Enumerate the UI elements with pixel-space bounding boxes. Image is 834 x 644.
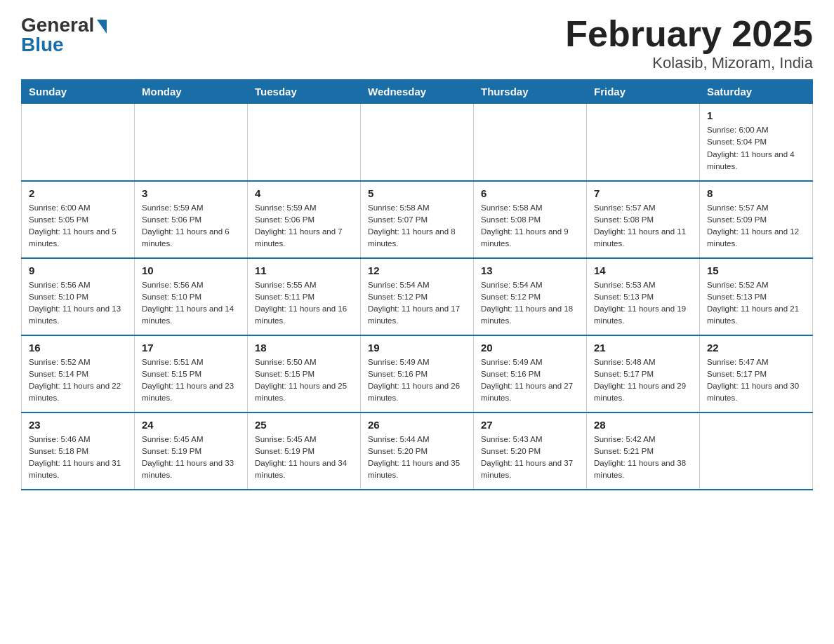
calendar-table: SundayMondayTuesdayWednesdayThursdayFrid… bbox=[21, 79, 813, 490]
day-info: Sunrise: 5:58 AM Sunset: 5:07 PM Dayligh… bbox=[368, 202, 466, 250]
day-info: Sunrise: 5:49 AM Sunset: 5:16 PM Dayligh… bbox=[368, 356, 466, 405]
day-number: 1 bbox=[707, 109, 805, 121]
day-info: Sunrise: 5:49 AM Sunset: 5:16 PM Dayligh… bbox=[481, 356, 579, 405]
calendar-cell bbox=[587, 104, 700, 181]
calendar-cell: 12Sunrise: 5:54 AM Sunset: 5:12 PM Dayli… bbox=[361, 258, 474, 335]
day-of-week-header: Sunday bbox=[22, 80, 135, 104]
day-info: Sunrise: 5:45 AM Sunset: 5:19 PM Dayligh… bbox=[255, 434, 353, 482]
calendar-cell: 19Sunrise: 5:49 AM Sunset: 5:16 PM Dayli… bbox=[361, 335, 474, 412]
day-of-week-header: Monday bbox=[135, 80, 248, 104]
logo-arrow-icon bbox=[97, 20, 107, 34]
day-number: 10 bbox=[142, 264, 240, 276]
day-info: Sunrise: 5:57 AM Sunset: 5:09 PM Dayligh… bbox=[707, 202, 805, 250]
day-number: 18 bbox=[255, 342, 353, 354]
calendar-cell: 11Sunrise: 5:55 AM Sunset: 5:11 PM Dayli… bbox=[248, 258, 361, 335]
day-info: Sunrise: 5:52 AM Sunset: 5:13 PM Dayligh… bbox=[707, 279, 805, 328]
calendar-cell: 17Sunrise: 5:51 AM Sunset: 5:15 PM Dayli… bbox=[135, 335, 248, 412]
calendar-cell: 13Sunrise: 5:54 AM Sunset: 5:12 PM Dayli… bbox=[474, 258, 587, 335]
day-info: Sunrise: 5:44 AM Sunset: 5:20 PM Dayligh… bbox=[368, 434, 466, 482]
calendar-cell: 8Sunrise: 5:57 AM Sunset: 5:09 PM Daylig… bbox=[700, 181, 813, 258]
calendar-cell: 15Sunrise: 5:52 AM Sunset: 5:13 PM Dayli… bbox=[700, 258, 813, 335]
day-number: 7 bbox=[594, 187, 692, 199]
logo: General Blue bbox=[21, 14, 107, 56]
calendar-cell: 24Sunrise: 5:45 AM Sunset: 5:19 PM Dayli… bbox=[135, 412, 248, 490]
day-number: 22 bbox=[707, 342, 805, 354]
calendar-cell bbox=[474, 104, 587, 181]
day-number: 17 bbox=[142, 342, 240, 354]
day-number: 23 bbox=[29, 419, 127, 431]
calendar-title: February 2025 bbox=[565, 14, 813, 54]
day-info: Sunrise: 6:00 AM Sunset: 5:05 PM Dayligh… bbox=[29, 202, 127, 250]
day-info: Sunrise: 5:51 AM Sunset: 5:15 PM Dayligh… bbox=[142, 356, 240, 405]
day-number: 2 bbox=[29, 187, 127, 199]
day-info: Sunrise: 5:57 AM Sunset: 5:08 PM Dayligh… bbox=[594, 202, 692, 250]
calendar-week-row: 2Sunrise: 6:00 AM Sunset: 5:05 PM Daylig… bbox=[22, 181, 813, 258]
day-number: 3 bbox=[142, 187, 240, 199]
day-info: Sunrise: 5:48 AM Sunset: 5:17 PM Dayligh… bbox=[594, 356, 692, 405]
day-info: Sunrise: 5:52 AM Sunset: 5:14 PM Dayligh… bbox=[29, 356, 127, 405]
day-number: 26 bbox=[368, 419, 466, 431]
day-number: 15 bbox=[707, 264, 805, 276]
day-number: 11 bbox=[255, 264, 353, 276]
day-number: 27 bbox=[481, 419, 579, 431]
calendar-cell: 22Sunrise: 5:47 AM Sunset: 5:17 PM Dayli… bbox=[700, 335, 813, 412]
day-info: Sunrise: 5:54 AM Sunset: 5:12 PM Dayligh… bbox=[368, 279, 466, 328]
day-info: Sunrise: 5:58 AM Sunset: 5:08 PM Dayligh… bbox=[481, 202, 579, 250]
calendar-cell: 20Sunrise: 5:49 AM Sunset: 5:16 PM Dayli… bbox=[474, 335, 587, 412]
calendar-cell: 1Sunrise: 6:00 AM Sunset: 5:04 PM Daylig… bbox=[700, 104, 813, 181]
day-info: Sunrise: 5:45 AM Sunset: 5:19 PM Dayligh… bbox=[142, 434, 240, 482]
day-of-week-header: Saturday bbox=[700, 80, 813, 104]
day-number: 9 bbox=[29, 264, 127, 276]
day-number: 24 bbox=[142, 419, 240, 431]
calendar-week-row: 23Sunrise: 5:46 AM Sunset: 5:18 PM Dayli… bbox=[22, 412, 813, 490]
day-number: 16 bbox=[29, 342, 127, 354]
calendar-cell: 6Sunrise: 5:58 AM Sunset: 5:08 PM Daylig… bbox=[474, 181, 587, 258]
calendar-subtitle: Kolasib, Mizoram, India bbox=[565, 54, 813, 72]
day-number: 21 bbox=[594, 342, 692, 354]
day-info: Sunrise: 5:55 AM Sunset: 5:11 PM Dayligh… bbox=[255, 279, 353, 328]
day-info: Sunrise: 5:50 AM Sunset: 5:15 PM Dayligh… bbox=[255, 356, 353, 405]
day-number: 4 bbox=[255, 187, 353, 199]
calendar-cell bbox=[700, 412, 813, 490]
day-info: Sunrise: 5:56 AM Sunset: 5:10 PM Dayligh… bbox=[29, 279, 127, 328]
calendar-cell bbox=[135, 104, 248, 181]
calendar-cell: 26Sunrise: 5:44 AM Sunset: 5:20 PM Dayli… bbox=[361, 412, 474, 490]
calendar-cell: 4Sunrise: 5:59 AM Sunset: 5:06 PM Daylig… bbox=[248, 181, 361, 258]
day-info: Sunrise: 5:54 AM Sunset: 5:12 PM Dayligh… bbox=[481, 279, 579, 328]
day-number: 12 bbox=[368, 264, 466, 276]
calendar-cell: 18Sunrise: 5:50 AM Sunset: 5:15 PM Dayli… bbox=[248, 335, 361, 412]
calendar-cell: 10Sunrise: 5:56 AM Sunset: 5:10 PM Dayli… bbox=[135, 258, 248, 335]
calendar-cell: 2Sunrise: 6:00 AM Sunset: 5:05 PM Daylig… bbox=[22, 181, 135, 258]
calendar-cell: 27Sunrise: 5:43 AM Sunset: 5:20 PM Dayli… bbox=[474, 412, 587, 490]
calendar-cell bbox=[22, 104, 135, 181]
day-number: 6 bbox=[481, 187, 579, 199]
day-info: Sunrise: 5:53 AM Sunset: 5:13 PM Dayligh… bbox=[594, 279, 692, 328]
calendar-cell: 3Sunrise: 5:59 AM Sunset: 5:06 PM Daylig… bbox=[135, 181, 248, 258]
day-info: Sunrise: 5:56 AM Sunset: 5:10 PM Dayligh… bbox=[142, 279, 240, 328]
day-number: 5 bbox=[368, 187, 466, 199]
calendar-cell: 25Sunrise: 5:45 AM Sunset: 5:19 PM Dayli… bbox=[248, 412, 361, 490]
calendar-cell: 21Sunrise: 5:48 AM Sunset: 5:17 PM Dayli… bbox=[587, 335, 700, 412]
calendar-header-row: SundayMondayTuesdayWednesdayThursdayFrid… bbox=[22, 80, 813, 104]
day-number: 14 bbox=[594, 264, 692, 276]
day-info: Sunrise: 5:47 AM Sunset: 5:17 PM Dayligh… bbox=[707, 356, 805, 405]
day-info: Sunrise: 5:42 AM Sunset: 5:21 PM Dayligh… bbox=[594, 434, 692, 482]
day-info: Sunrise: 5:43 AM Sunset: 5:20 PM Dayligh… bbox=[481, 434, 579, 482]
logo-blue-text: Blue bbox=[21, 34, 64, 56]
title-block: February 2025 Kolasib, Mizoram, India bbox=[565, 14, 813, 72]
day-of-week-header: Wednesday bbox=[361, 80, 474, 104]
day-info: Sunrise: 5:46 AM Sunset: 5:18 PM Dayligh… bbox=[29, 434, 127, 482]
calendar-cell: 28Sunrise: 5:42 AM Sunset: 5:21 PM Dayli… bbox=[587, 412, 700, 490]
calendar-cell bbox=[361, 104, 474, 181]
day-info: Sunrise: 5:59 AM Sunset: 5:06 PM Dayligh… bbox=[142, 202, 240, 250]
day-number: 19 bbox=[368, 342, 466, 354]
calendar-cell: 23Sunrise: 5:46 AM Sunset: 5:18 PM Dayli… bbox=[22, 412, 135, 490]
day-of-week-header: Tuesday bbox=[248, 80, 361, 104]
calendar-cell: 16Sunrise: 5:52 AM Sunset: 5:14 PM Dayli… bbox=[22, 335, 135, 412]
day-info: Sunrise: 5:59 AM Sunset: 5:06 PM Dayligh… bbox=[255, 202, 353, 250]
day-number: 8 bbox=[707, 187, 805, 199]
day-number: 13 bbox=[481, 264, 579, 276]
calendar-week-row: 9Sunrise: 5:56 AM Sunset: 5:10 PM Daylig… bbox=[22, 258, 813, 335]
calendar-cell: 14Sunrise: 5:53 AM Sunset: 5:13 PM Dayli… bbox=[587, 258, 700, 335]
day-info: Sunrise: 6:00 AM Sunset: 5:04 PM Dayligh… bbox=[707, 124, 805, 173]
